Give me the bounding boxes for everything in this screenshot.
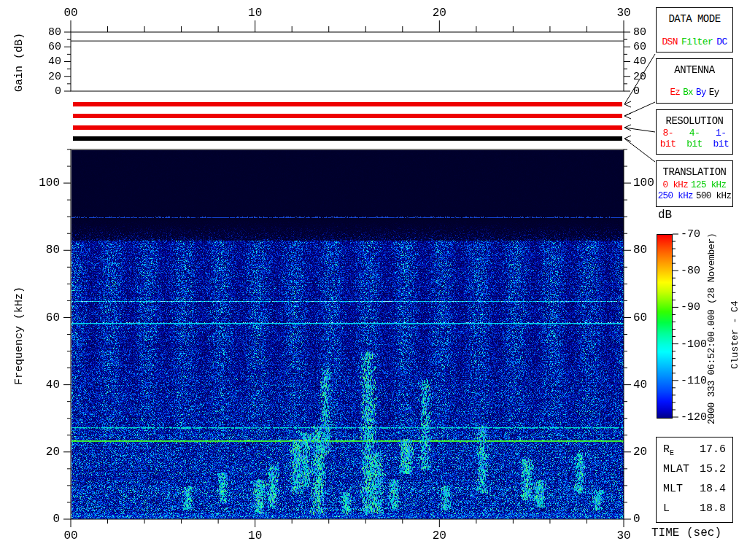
gain-ytick-label-right: 80 [633,26,646,39]
time-axis-label: TIME (sec) [651,526,721,540]
freq-ytick-label-right: 0 [633,513,640,526]
mlt-value: 18.4 [700,483,726,497]
translation-option-250-khz: 250 kHz [658,191,693,202]
colorbar-tick-label: -90 [681,301,700,314]
freq-ytick-label-left: 40 [46,378,60,392]
data-mode-option-dsn: DSN [662,36,678,47]
arrowhead [624,101,631,107]
top-xtick-label: 10 [248,7,262,20]
bottom-xtick-label: 00 [63,529,77,542]
antenna-bar [73,114,622,118]
freq-ytick-label-left: 20 [46,446,60,459]
top-xtick-label: 30 [616,7,630,20]
data-mode-title: DATA MODE [657,8,732,25]
ephemeris-row-re: RE 17.6 [657,443,732,457]
bottom-xtick-label: 20 [433,529,446,542]
colorbar-tick-label: -100 [681,338,707,351]
freq-ytick-label-right: 100 [633,176,654,190]
ephemeris-row-mlt: MLT 18.4 [657,483,732,497]
translation-option-row: 250 kHz500 kHz [657,191,732,202]
arrowhead [624,125,631,131]
freq-ytick-label-right: 40 [633,378,647,392]
data-mode-option-filter: Filter [681,36,713,47]
data-mode-bar [73,102,622,106]
resolution-option-row: 8-bit4-bit1-bit [657,128,732,149]
gain-panel-frame [71,32,624,91]
bottom-xtick-label: 10 [248,529,262,542]
gain-ytick-label-left: 60 [48,41,61,53]
ephemeris-box: RE 17.6 MLAT 15.2 MLT 18.4 L 18.8 [656,437,733,523]
freq-ytick-label-right: 20 [633,446,647,459]
data-mode-option-row: DSNFilterDC [657,36,732,47]
gain-ytick-label-right: 0 [633,85,640,98]
arrowhead [624,136,631,141]
antenna-option-ey: Ey [709,88,719,98]
freq-ytick-label-left: 60 [46,311,60,324]
bottom-xtick-label: 30 [616,529,630,542]
colorbar [657,234,673,419]
gain-ytick-label-right: 60 [633,41,646,53]
translation-option-row: 0 kHz125 kHz [657,180,732,191]
mlat-value: 15.2 [700,463,726,477]
spacecraft-label: Cluster - C4 [729,300,740,369]
resolution-options: 8-bit4-bit1-bit [657,128,732,154]
connector-line [624,54,655,104]
colorbar-tick-label: -80 [681,265,700,277]
gain-ytick-label-left: 0 [55,85,61,98]
re-value: 17.6 [700,443,726,457]
arrowhead [624,113,631,119]
resolution-title: RESOLUTION [657,110,732,127]
resolution-box: RESOLUTION 8-bit4-bit1-bit [656,109,733,155]
resolution-option-4-bit: 4-bit [683,128,705,149]
freq-ytick-label-left: 100 [39,176,60,190]
top-xtick-label: 20 [433,7,446,20]
antenna-option-by: By [696,88,706,98]
data-mode-box: DATA MODE DSNFilterDC [656,7,733,52]
gain-ytick-label-left: 80 [48,26,61,39]
translation-option-500-khz: 500 kHz [696,191,731,202]
translation-box: TRANSLATION 0 kHz125 kHz250 kHz500 kHz [656,160,733,207]
gain-ytick-label-right: 20 [633,71,646,83]
antenna-box: ANTENNA EzBxByEy [656,58,733,104]
colorbar-tick-label: -70 [681,228,700,241]
connector-line [624,102,655,116]
colorbar-tick-label: -120 [681,411,707,424]
connector-line [624,139,655,162]
translation-title: TRANSLATION [657,161,732,178]
resolution-option-1-bit: 1-bit [710,128,732,149]
freq-ytick-label-right: 60 [633,311,647,324]
connector-line [624,128,655,132]
colorbar-units-label: dB [658,209,672,222]
gain-axis-label: Gain (dB) [13,33,26,92]
datetime-label: 2000 333 06:52:00.000 (28 November) [706,233,717,424]
spectrogram-canvas [71,150,624,519]
frequency-axis-label: Frequency (kHz) [13,287,26,385]
resolution-bar [73,125,622,130]
top-xtick-label: 00 [63,7,77,20]
resolution-option-8-bit: 8-bit [657,128,679,149]
translation-bar [73,136,622,141]
ephemeris-row-mlat: MLAT 15.2 [657,463,732,477]
gain-ytick-label-left: 40 [48,55,61,68]
translation-options: 0 kHz125 kHz250 kHz500 kHz [657,180,732,206]
l-value: 18.8 [700,502,726,516]
translation-option-125-khz: 125 kHz [691,180,726,191]
ephemeris-row-l: L 18.8 [657,502,732,516]
colorbar-tick-label: -110 [681,375,707,387]
antenna-option-bx: Bx [683,88,693,98]
freq-ytick-label-left: 0 [53,513,60,526]
wbd-spectrogram-display: 0010203000202040406060808000202040406060… [0,0,747,560]
freq-ytick-label-right: 80 [633,244,647,257]
antenna-options: EzBxByEy [657,88,732,103]
translation-option-0-khz: 0 kHz [663,180,689,191]
antenna-option-ez: Ez [670,88,680,98]
freq-ytick-label-left: 80 [46,244,60,257]
data-mode-options: DSNFilterDC [657,36,732,52]
antenna-title: ANTENNA [657,59,732,76]
gain-ytick-label-right: 40 [633,55,646,68]
data-mode-option-dc: DC [716,36,727,47]
gain-ytick-label-left: 20 [48,71,61,83]
antenna-option-row: EzBxByEy [657,88,732,98]
